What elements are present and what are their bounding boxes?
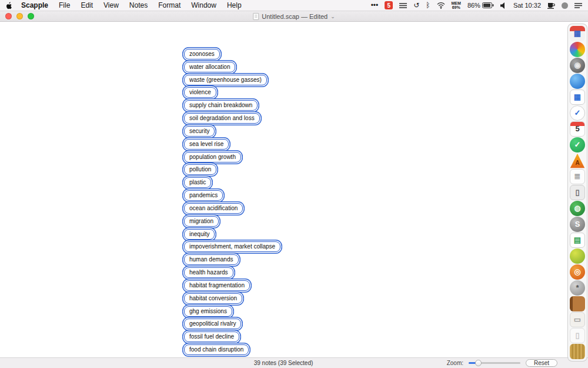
note[interactable]: population growth [184,152,241,163]
note[interactable]: impoverishment, market collapse [184,241,280,252]
menu-items-left: Scapple File Edit View Notes Format Wind… [6,0,247,11]
scapple-canvas[interactable]: zoonoseswater allocationwaste (greenhous… [0,22,588,357]
more-menu-icon[interactable]: ••• [371,0,379,11]
note[interactable]: inequity [184,229,215,240]
dock-app-device-icon[interactable]: ▯ [570,185,585,200]
close-window-button[interactable] [5,13,12,19]
note[interactable]: pollution [184,164,216,175]
dock-app-camera-icon[interactable]: ◉ [570,58,585,73]
menu-bar: Scapple File Edit View Notes Format Wind… [0,0,588,11]
note[interactable]: migration [184,216,219,227]
note[interactable]: fossil fuel decline [184,331,239,342]
dock-app-jar-icon[interactable]: ▯ [570,328,585,343]
note[interactable]: human demands [184,254,239,265]
dock-app-photos-icon[interactable]: ▦ [570,89,585,105]
memory-monitor[interactable]: MEM 69% [452,1,461,9]
time-machine-icon[interactable]: ↺ [413,0,419,11]
note[interactable]: plastic [184,177,211,188]
menubar-status-area: ••• 5 ↺ ᛒ MEM 69% 86% Sat 10:32 [371,0,582,11]
menu-file[interactable]: File [54,0,75,11]
menu-format[interactable]: Format [153,0,186,11]
document-proxy-icon[interactable] [253,13,259,20]
volume-icon[interactable] [500,2,507,9]
note[interactable]: soil degradation and loss [184,113,260,124]
window-list-icon[interactable] [399,2,407,9]
menu-edit[interactable]: Edit [75,0,98,11]
note[interactable]: ocean acidification [184,203,243,214]
dock-app-s-icon[interactable]: S [570,217,585,232]
title-chevron-icon[interactable]: ⌄ [330,14,335,19]
zoom-slider-knob[interactable] [475,360,482,366]
note[interactable]: habitat conversion [184,293,242,304]
note[interactable]: food chain disruption [184,344,249,355]
note[interactable]: violence [184,87,216,98]
mem-label: MEM [452,1,461,5]
dock-app-a-triangle-icon[interactable]: A [570,153,585,168]
apple-menu-icon[interactable] [6,2,12,9]
status-bar: 39 notes (39 Selected) Zoom: Reset [0,357,588,368]
mem-value: 69% [452,5,460,9]
menu-window[interactable]: Window [186,0,222,11]
menu-view[interactable]: View [98,0,124,11]
dock-app-sheet-icon[interactable]: ▤ [570,233,585,248]
dock-app-calendar-icon[interactable]: 5 [570,121,585,137]
zoom-window-button[interactable] [28,13,34,19]
note[interactable]: habitat fragmentation [184,280,250,291]
note[interactable]: sea level rise [184,139,229,150]
note[interactable]: supply chain breakdown [184,100,258,111]
zoom-slider[interactable] [469,362,520,364]
coffee-cup-icon[interactable] [547,2,555,9]
battery-status[interactable]: 86% [467,2,494,9]
zoom-reset-button[interactable]: Reset [526,359,557,367]
dock-app-globe-icon[interactable]: ◍ [570,201,585,216]
note[interactable]: zoonoses [184,49,220,59]
bluetooth-icon[interactable]: ᛒ [426,0,430,11]
dock-app-display-icon[interactable]: ▦ [570,26,585,41]
wifi-icon[interactable] [437,2,445,9]
note[interactable]: health hazards [184,267,233,278]
dock-app-todo-icon[interactable]: ✓ [570,137,585,152]
note[interactable]: geopolitical rivalry [184,319,241,329]
dock-app-lime-icon[interactable] [570,248,585,264]
dock[interactable]: ▦◉▦✓5✓A≣▯◍S▤◎*▭▯ [567,24,587,362]
calendar-badge-icon[interactable]: 5 [385,1,393,9]
menu-help[interactable]: Help [222,0,247,11]
window-title: Untitled.scap — Edited ⌄ [253,13,335,20]
note[interactable]: security [184,126,215,137]
dock-app-orange-icon[interactable]: ◎ [570,264,585,280]
zoom-label: Zoom: [447,360,463,366]
menu-notes[interactable]: Notes [124,0,153,11]
notes-count-label: 39 notes (39 Selected) [254,360,313,366]
dock-app-card-icon[interactable]: ▭ [570,312,585,327]
dock-trash-icon[interactable] [570,344,585,359]
battery-icon [482,2,494,8]
traffic-lights [5,13,34,19]
dock-app-browser-icon[interactable] [570,42,585,57]
status-circle-icon[interactable] [562,2,568,9]
menu-scapple[interactable]: Scapple [16,0,54,11]
dock-app-gray-icon[interactable]: * [570,280,585,296]
dock-app-tasks-icon[interactable]: ✓ [570,105,585,121]
note[interactable]: ghg emissions [184,306,232,317]
zoom-controls: Zoom: Reset [447,359,557,367]
note[interactable]: pandemics [184,190,223,201]
menubar-clock[interactable]: Sat 10:32 [513,2,541,9]
window-title-text: Untitled.scap — Edited [262,13,328,20]
dock-app-notebook-icon[interactable] [570,296,585,311]
battery-percent: 86% [467,2,480,9]
note[interactable]: waste (greenhouse gasses) [184,75,267,85]
note[interactable]: water allocation [184,62,235,72]
dock-app-notepad-icon[interactable]: ≣ [570,169,585,184]
minimize-window-button[interactable] [16,13,23,19]
dock-app-compass-icon[interactable] [570,74,585,89]
notification-center-icon[interactable] [574,2,582,9]
window-title-bar[interactable]: Untitled.scap — Edited ⌄ [0,11,588,22]
